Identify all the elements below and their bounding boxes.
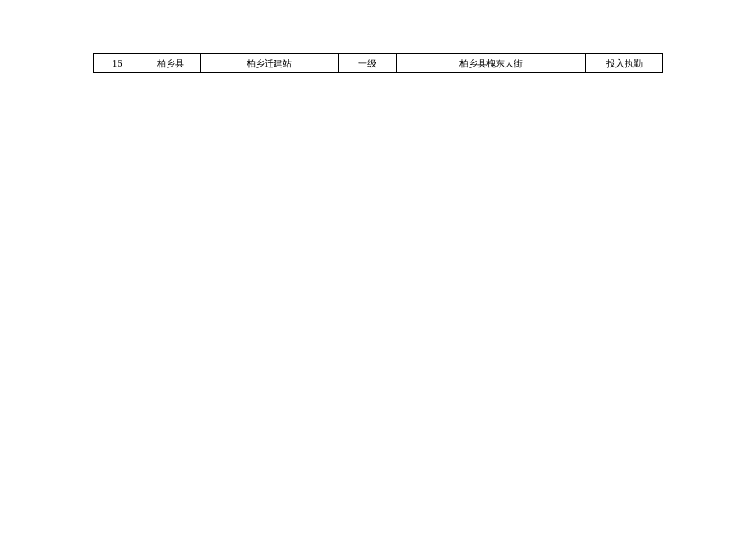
table-row: 16 柏乡县 柏乡迁建站 一级 柏乡县槐东大街 投入执勤	[94, 54, 663, 73]
table-container: 16 柏乡县 柏乡迁建站 一级 柏乡县槐东大街 投入执勤	[93, 53, 663, 73]
cell-status: 投入执勤	[586, 54, 663, 73]
cell-level: 一级	[338, 54, 397, 73]
cell-index: 16	[94, 54, 141, 73]
cell-county: 柏乡县	[141, 54, 200, 73]
data-table: 16 柏乡县 柏乡迁建站 一级 柏乡县槐东大街 投入执勤	[93, 53, 663, 73]
cell-station: 柏乡迁建站	[200, 54, 338, 73]
cell-address: 柏乡县槐东大街	[397, 54, 586, 73]
